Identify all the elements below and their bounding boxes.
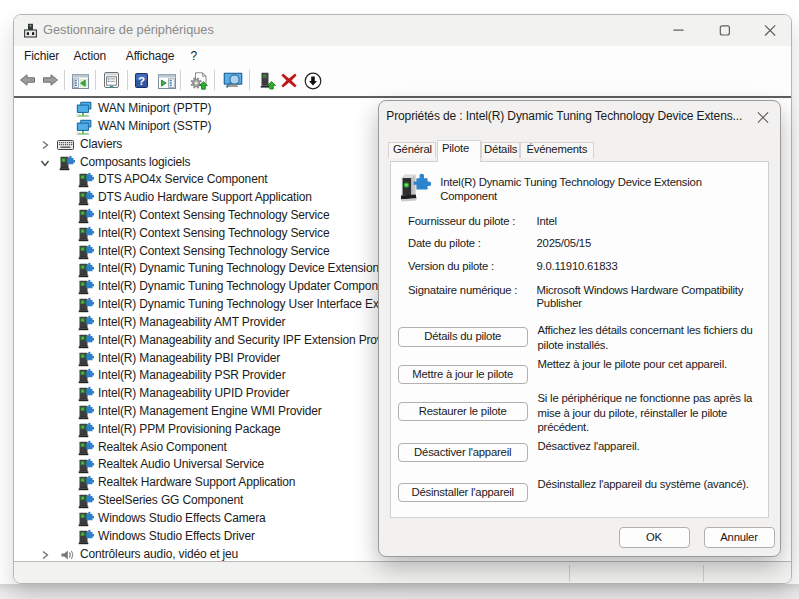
svg-text:?: ? — [138, 74, 145, 86]
